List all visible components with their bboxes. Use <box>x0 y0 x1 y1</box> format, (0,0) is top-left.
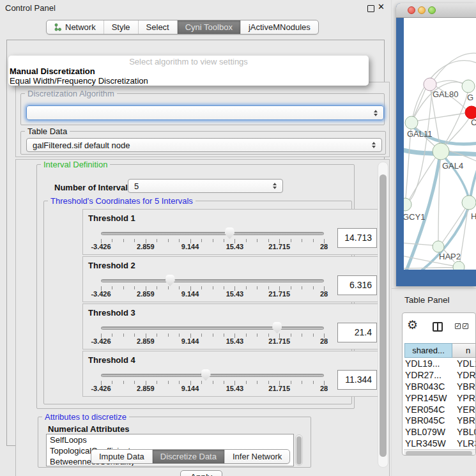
tab-style[interactable]: Style <box>104 20 138 34</box>
minimize-traffic-light[interactable] <box>418 6 426 14</box>
checkbox-icon[interactable]: ✓ <box>455 323 461 329</box>
slider-tick <box>112 239 112 242</box>
table-row[interactable]: YDL19...YDL1 <box>404 358 476 369</box>
table-row[interactable]: YPR145WYPR1 <box>404 392 476 404</box>
slider-tick <box>224 334 224 337</box>
slider-thumb[interactable] <box>201 369 211 381</box>
table-row[interactable]: YBR045CYBR0 <box>404 415 476 426</box>
slider-tick <box>246 286 247 289</box>
table-row[interactable]: YBL079WYBL0 <box>404 426 476 438</box>
slider-tick <box>224 239 224 242</box>
network-node[interactable] <box>405 116 418 129</box>
network-window-titlebar[interactable] <box>396 3 476 18</box>
network-node[interactable] <box>462 196 476 210</box>
table-hscrollbar[interactable] <box>404 449 475 456</box>
threshold-value-field[interactable]: 21.4 <box>337 323 377 342</box>
tab-jactivemnodules[interactable]: jActiveMNodules <box>240 20 318 34</box>
tab-impute-data[interactable]: Impute Data <box>91 450 152 463</box>
network-node[interactable] <box>453 261 464 270</box>
scrollbar-thumb[interactable] <box>296 436 302 464</box>
slider-tick <box>213 286 213 289</box>
table-data-combobox[interactable]: galFiltered.sif default node <box>26 138 382 152</box>
slider-track[interactable] <box>101 326 324 330</box>
slider-tick <box>246 239 247 242</box>
cell-shared-name[interactable]: YBR043C <box>405 381 452 392</box>
tick-label: 21.715 <box>268 385 290 392</box>
num-intervals-combobox[interactable]: 5 <box>128 179 283 193</box>
column-header-shared-name[interactable]: shared... <box>404 343 452 358</box>
split-columns-icon[interactable] <box>433 322 443 332</box>
cell-name[interactable]: YPR1 <box>457 393 476 403</box>
cell-name[interactable]: YBL0 <box>457 427 476 437</box>
cell-shared-name[interactable]: YBR045C <box>405 415 452 426</box>
column-header-name[interactable]: n <box>452 343 476 358</box>
tick-label: 9.144 <box>181 290 199 298</box>
slider-thumb[interactable] <box>272 322 282 334</box>
slider-thumb[interactable] <box>165 275 175 286</box>
threshold-panel: Threshold 2-3.4262.8599.14415.4321.71528… <box>82 256 385 302</box>
table-row[interactable]: YER054CYER0 <box>404 404 476 415</box>
dropdown-item[interactable]: Manual Discretization <box>8 66 369 76</box>
slider-tick <box>168 381 169 384</box>
threshold-value-field[interactable]: 14.713 <box>337 228 377 248</box>
algorithm-combobox[interactable] <box>26 105 384 120</box>
network-node[interactable] <box>462 80 475 93</box>
tab-network[interactable]: Network <box>47 20 104 34</box>
slider-track[interactable] <box>101 374 324 377</box>
cell-name[interactable]: YLR3 <box>457 438 476 449</box>
gear-icon[interactable]: ⚙ <box>407 319 418 331</box>
scrollbar-thumb[interactable] <box>380 174 387 457</box>
tab-cyni-toolbox[interactable]: Cyni Toolbox <box>177 20 240 34</box>
main-scrollbar[interactable] <box>378 162 388 468</box>
table-row[interactable]: YBR043CYBR0 <box>404 381 476 392</box>
slider-tick <box>201 334 202 337</box>
float-panel-icon[interactable] <box>367 5 374 12</box>
table-row[interactable]: YDR27...YDR2 <box>404 369 476 381</box>
cell-shared-name[interactable]: YBL079W <box>405 427 452 437</box>
network-node[interactable] <box>433 143 449 160</box>
slider-tick <box>291 239 291 242</box>
tab-infer-network[interactable]: Infer Network <box>224 450 289 463</box>
cell-name[interactable]: YER0 <box>457 404 476 415</box>
network-node[interactable] <box>465 106 476 119</box>
threshold-value-field[interactable]: 6.316 <box>337 275 377 295</box>
thresholds-group: Threshold's Coordinates for 5 Intervals … <box>43 201 352 404</box>
cell-name[interactable]: YDL1 <box>457 358 476 369</box>
slider-tick <box>257 239 257 242</box>
dropdown-items: Manual DiscretizationEqual Width/Frequen… <box>8 66 369 86</box>
attribute-list-item[interactable]: SelfLoops <box>47 434 293 445</box>
cell-shared-name[interactable]: YPR145W <box>405 393 452 403</box>
slider-track[interactable] <box>101 279 324 282</box>
dropdown-item[interactable]: Equal Width/Frequency Discretization <box>8 76 369 86</box>
cell-name[interactable]: YDR2 <box>457 370 476 380</box>
network-node[interactable] <box>424 78 436 91</box>
cell-shared-name[interactable]: YER054C <box>405 404 452 415</box>
cell-shared-name[interactable]: YDL19... <box>405 358 452 369</box>
cell-shared-name[interactable]: YLR345W <box>405 438 452 449</box>
algorithm-dropdown-popup: Select algorithm to view settings Manual… <box>8 56 369 86</box>
close-icon[interactable]: ✕ <box>378 2 385 12</box>
tab-select[interactable]: Select <box>138 20 177 34</box>
scrollbar-thumb[interactable] <box>406 451 472 456</box>
attributes-scrollbar[interactable] <box>295 434 303 466</box>
cell-name[interactable]: YBR0 <box>457 381 476 392</box>
network-canvas[interactable]: GAL80GCGAL11GAL4GCY1HHAP2 <box>404 18 476 270</box>
slider-tick <box>302 286 302 289</box>
table-row[interactable]: YLR345WYLR3 <box>404 438 476 449</box>
zoom-traffic-light[interactable] <box>428 6 436 14</box>
checkbox-icon[interactable]: ✓ <box>463 323 468 329</box>
network-node[interactable] <box>433 241 444 252</box>
cell-name[interactable]: YBR0 <box>457 415 476 426</box>
tab-discretize-data[interactable]: Discretize Data <box>152 450 224 463</box>
slider-track[interactable] <box>101 232 324 235</box>
apply-button[interactable]: Apply <box>180 470 222 476</box>
slider-tick <box>313 239 314 242</box>
slider-tick <box>257 381 257 384</box>
close-traffic-light[interactable] <box>408 6 415 14</box>
slider-thumb[interactable] <box>225 227 234 239</box>
threshold-value-field[interactable]: 11.344 <box>337 370 377 390</box>
cell-shared-name[interactable]: YDR27... <box>405 370 452 380</box>
table-data-label: Table Data <box>25 127 70 136</box>
network-node-label: C <box>471 118 476 127</box>
slider-tick <box>112 286 112 289</box>
